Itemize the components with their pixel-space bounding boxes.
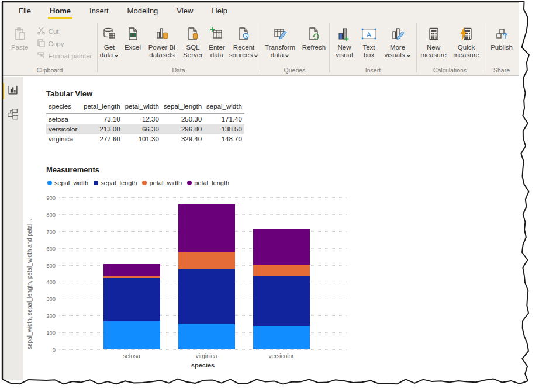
excel-button[interactable]: X Excel xyxy=(122,24,144,59)
chevron-down-icon xyxy=(114,51,119,59)
more-visuals-button[interactable]: More visuals xyxy=(381,24,414,59)
text-box-icon: A xyxy=(361,24,377,44)
sql-server-button[interactable]: SQL Server xyxy=(180,24,206,59)
quick-measure-label: Quick measure xyxy=(451,44,482,59)
cell-species: versicolor xyxy=(46,124,81,134)
view-sidebar xyxy=(2,77,23,380)
menu-file[interactable]: File xyxy=(9,2,40,20)
cell-value: 101.30 xyxy=(123,134,161,144)
legend-item-petal_width[interactable]: petal_width xyxy=(142,179,182,186)
legend-item-sepal_length[interactable]: sepal_length xyxy=(94,179,137,186)
column-header-sepal-width[interactable]: sepal_width xyxy=(204,102,244,114)
copy-icon xyxy=(37,39,46,48)
ribbon-group-insert-label: Insert xyxy=(330,67,416,74)
refresh-button[interactable]: Refresh xyxy=(300,24,327,59)
menu-modeling[interactable]: Modeling xyxy=(118,2,168,20)
chevron-down-icon xyxy=(254,51,258,59)
y-axis-tick-label: 200 xyxy=(34,313,56,319)
bar-segment-sepal_length-virginica[interactable] xyxy=(178,269,235,324)
bar-segment-petal_width-virginica[interactable] xyxy=(178,252,235,269)
table-row[interactable]: setosa73.1012.30250.30171.40 xyxy=(46,114,244,124)
x-axis-tick-label: versicolor xyxy=(269,353,294,359)
x-axis-tick-label: virginica xyxy=(196,353,217,359)
chevron-down-icon xyxy=(285,51,289,59)
cell-value: 296.80 xyxy=(161,124,204,134)
table-row[interactable]: versicolor213.0066.30296.80138.50 xyxy=(46,124,244,134)
recent-sources-icon xyxy=(236,24,251,44)
new-visual-button[interactable]: New visual xyxy=(332,24,357,59)
bar-segment-sepal_length-setosa[interactable] xyxy=(103,278,160,320)
column-header-petal-width[interactable]: petal_width xyxy=(123,102,161,114)
new-measure-button[interactable]: New measure xyxy=(418,24,450,59)
svg-text:X: X xyxy=(132,33,134,37)
paste-button[interactable]: Paste xyxy=(8,24,32,62)
bar-segment-sepal_length-versicolor[interactable] xyxy=(253,276,310,326)
y-axis-tick-label: 800 xyxy=(34,211,56,217)
report-canvas: Tabular View species petal_length petal_… xyxy=(24,77,518,380)
text-box-button[interactable]: A Text box xyxy=(358,24,379,59)
new-measure-icon xyxy=(426,24,441,44)
legend-dot xyxy=(47,181,52,185)
excel-label: Excel xyxy=(125,44,141,51)
bar-segment-sepal_width-setosa[interactable] xyxy=(103,321,160,350)
cell-species: setosa xyxy=(46,114,81,124)
powerbi-datasets-button[interactable]: Power BI datasets xyxy=(144,24,179,59)
menu-view[interactable]: View xyxy=(167,2,202,20)
table-visual-title: Tabular View xyxy=(46,89,92,98)
cell-value: 148.70 xyxy=(204,134,244,144)
menu-home[interactable]: Home xyxy=(40,2,80,20)
model-view-button[interactable] xyxy=(2,106,23,124)
copy-button[interactable]: Copy xyxy=(36,37,92,50)
column-header-petal-length[interactable]: petal_length xyxy=(81,102,123,114)
cut-button[interactable]: Cut xyxy=(36,25,92,37)
powerbi-datasets-icon xyxy=(154,24,170,44)
legend-dot xyxy=(187,181,192,185)
y-axis-tick-label: 600 xyxy=(34,245,56,251)
format-painter-icon xyxy=(37,51,46,61)
bar-segment-sepal_width-versicolor[interactable] xyxy=(253,326,310,349)
menu-help[interactable]: Help xyxy=(202,2,237,20)
cell-value: 66.30 xyxy=(123,124,161,134)
chevron-down-icon xyxy=(406,51,411,59)
publish-label: Publish xyxy=(490,44,513,51)
report-view-button[interactable] xyxy=(2,82,23,100)
menu-insert[interactable]: Insert xyxy=(80,2,118,20)
y-axis-tick-label: 500 xyxy=(34,262,56,268)
enter-data-icon xyxy=(209,24,224,44)
publish-button[interactable]: Publish xyxy=(487,24,516,51)
database-icon xyxy=(102,24,117,44)
quick-measure-button[interactable]: Quick measure xyxy=(451,24,482,59)
cell-value: 138.50 xyxy=(204,124,244,134)
get-data-button[interactable]: Get data xyxy=(98,24,121,59)
recent-sources-button[interactable]: Recent sources xyxy=(228,24,260,59)
column-header-species[interactable]: species xyxy=(46,102,81,114)
ribbon-group-data-label: Data xyxy=(98,67,260,74)
x-axis-tick-label: setosa xyxy=(123,353,140,359)
table-row[interactable]: virginica277.60101.30329.40148.70 xyxy=(46,134,244,144)
cell-value: 213.00 xyxy=(81,124,123,134)
transform-data-label: Transform data xyxy=(265,44,295,58)
y-axis-tick-label: 100 xyxy=(34,329,56,336)
column-header-sepal-length[interactable]: sepal_length xyxy=(161,102,204,114)
format-painter-button[interactable]: Format painter xyxy=(36,50,92,62)
legend-item-petal_length[interactable]: petal_length xyxy=(187,179,229,186)
bar-segment-petal_length-virginica[interactable] xyxy=(178,204,235,251)
quick-measure-icon xyxy=(459,24,474,44)
sql-server-label: SQL Server xyxy=(180,44,206,59)
cell-species: virginica xyxy=(46,134,81,144)
bar-segment-petal_width-setosa[interactable] xyxy=(103,276,160,279)
legend-dot xyxy=(94,181,98,185)
ribbon: Paste Cut xyxy=(2,20,519,76)
enter-data-button[interactable]: Enter data xyxy=(206,24,227,59)
bar-segment-sepal_width-virginica[interactable] xyxy=(178,324,235,349)
ribbon-group-share: Publish Share xyxy=(483,20,520,75)
transform-data-button[interactable]: Transform data xyxy=(262,24,298,59)
ribbon-group-calculations-label: Calculations xyxy=(417,67,483,74)
bar-segment-petal_width-versicolor[interactable] xyxy=(253,265,310,276)
legend-item-sepal_width[interactable]: sepal_width xyxy=(47,179,88,186)
bar-segment-petal_length-setosa[interactable] xyxy=(103,264,160,276)
stacked-bar-chart: sepal_width, sepal_length, petal_width a… xyxy=(59,197,347,349)
x-axis-title: species xyxy=(191,362,215,369)
ribbon-group-insert: New visual A Text box xyxy=(330,20,416,75)
bar-segment-petal_length-versicolor[interactable] xyxy=(253,229,310,265)
